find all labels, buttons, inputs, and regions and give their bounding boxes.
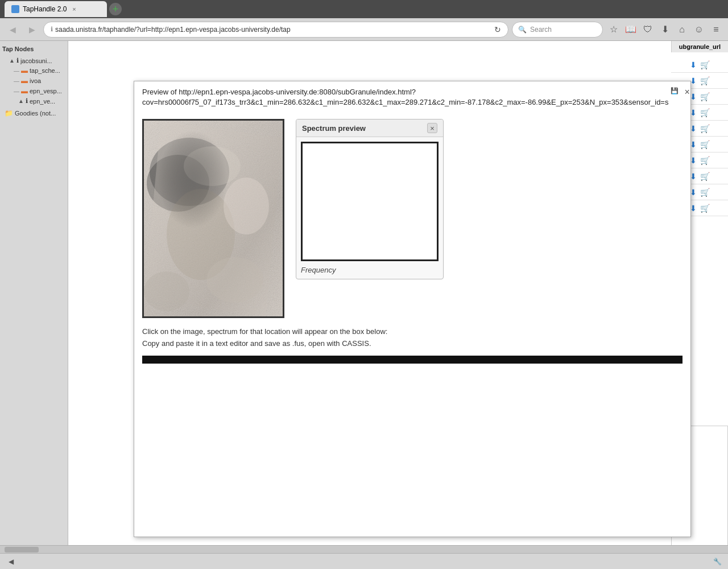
main-area: Tap Nodes ▲ ℹ jacobsuni... — ▬ tap_sche.… [0,41,728,551]
modal-close-button[interactable]: × [684,87,689,97]
folder-icon: 📁 [5,109,13,117]
floppy-icon[interactable]: 💾 [671,87,679,94]
tab-favicon [11,5,19,13]
sidebar-item-tapsche-label: tap_sche... [30,67,60,74]
sidebar-item-epn-vesp[interactable]: — ▬ epn_vesp... [2,86,65,96]
sidebar-goodies[interactable]: 📁 Goodies (not... [2,108,65,118]
refresh-button[interactable]: ↻ [494,25,501,34]
browser-navbar: ◀ ▶ ℹ saada.unistra.fr/taphandle/?url=ht… [0,18,728,41]
url-text: saada.unistra.fr/taphandle/?url=http://e… [55,26,492,34]
modal-title-bar: Preview of http://epn1.epn-vespa.jacobs-… [134,81,690,113]
address-bar[interactable]: ℹ saada.unistra.fr/taphandle/?url=http:/… [43,22,508,38]
cart-row-icon[interactable]: 🛒 [700,188,710,197]
tab-close-button[interactable]: × [70,5,78,13]
cart-row-icon[interactable]: 🛒 [700,108,710,117]
modal-title: Preview of http://epn1.epn-vespa.jacobs-… [142,87,668,108]
instructions-line2: Copy and paste it in a text editor and s… [142,338,682,350]
dash-icon2: — [14,78,19,84]
bottom-content-area [142,372,682,531]
spectrum-panel-title: Spectrum preview [302,124,366,133]
bookmark-star-icon[interactable]: ☆ [606,22,621,37]
content-area: ubgranule_url ⬇ 🛒 ⬇ 🛒 ⬇ 🛒 ⬇ 🛒 [68,41,728,551]
bottom-nav-left[interactable]: ◀ [5,555,17,568]
search-placeholder: Search [530,26,552,34]
sidebar-item-tap-sche[interactable]: — ▬ tap_sche... [2,65,65,76]
image-spectrum-row: Spectrum preview × Frequency [142,119,682,318]
download-icon[interactable]: ⬇ [657,22,672,37]
info-icon: ℹ [16,57,19,64]
nav-icons: ☆ 📖 🛡 ⬇ ⌂ ☺ ≡ [606,22,723,37]
browser-bottom-bar: ◀ 🔧 [0,553,728,569]
forward-button[interactable]: ▶ [24,22,40,38]
instructions-line1: Click on the image, spectrum for that lo… [142,326,682,338]
svg-rect-11 [144,121,283,316]
table-icon2: ▬ [21,77,28,85]
dash-icon3: — [14,88,19,94]
table-row: ⬇ 🛒 [671,57,728,73]
goodies-label: Goodies (not... [15,110,56,117]
cart-row-icon[interactable]: 🛒 [700,92,710,101]
instructions-text: Click on the image, spectrum for that lo… [142,326,682,350]
image-preview-box[interactable] [142,119,284,318]
image-canvas[interactable] [144,121,283,316]
spectrum-close-button[interactable]: × [427,123,437,133]
cart-row-icon[interactable]: 🛒 [700,76,710,85]
sidebar-item-ivoa[interactable]: — ▬ ivoa [2,76,65,86]
preview-modal: Preview of http://epn1.epn-vespa.jacobs-… [134,81,691,537]
spectrum-x-label: Frequency [296,266,443,279]
horizontal-scrollbar[interactable] [0,545,728,553]
spectrum-panel: Spectrum preview × Frequency [296,119,444,279]
sidebar-item-epnvesp-label: epn_vesp... [30,88,62,94]
table-icon: ▬ [21,67,28,75]
sidebar-item-label: jacobsuni... [20,57,52,64]
browser-titlebar: TapHandle 2.0 × + [0,0,728,18]
search-icon: 🔍 [518,26,527,34]
info-icon2: ℹ [26,97,28,105]
modal-body: Spectrum preview × Frequency Click on th… [134,113,690,537]
download-row-icon[interactable]: ⬇ [690,60,697,69]
scroll-thumb[interactable] [5,547,39,552]
sidebar-item-jacobsuni[interactable]: ▲ ℹ jacobsuni... [2,56,65,65]
sidebar: Tap Nodes ▲ ℹ jacobsuni... — ▬ tap_sche.… [0,41,68,551]
search-bar[interactable]: 🔍 Search [512,22,603,38]
terrain-image-svg [144,121,283,316]
table-icon3: ▬ [21,87,28,95]
sidebar-header: Tap Nodes [2,46,65,52]
sidebar-item-epn-ve2[interactable]: ▲ ℹ epn_ve... [2,96,65,106]
shield-icon[interactable]: 🛡 [640,22,655,37]
spectrum-chart-area[interactable] [301,142,439,261]
menu-icon[interactable]: ≡ [709,22,723,37]
cart-row-icon[interactable]: 🛒 [700,60,710,69]
dash-icon: — [14,68,19,74]
expand-icon: ▲ [9,57,15,64]
sidebar-item-epnve2-label: epn_ve... [30,98,55,105]
sidebar-item-ivoa-label: ivoa [30,77,41,84]
col-subgranule-url: ubgranule_url [671,41,728,52]
back-button[interactable]: ◀ [5,22,20,38]
home-icon[interactable]: ⌂ [675,22,689,37]
cart-row-icon[interactable]: 🛒 [700,156,710,165]
reading-mode-icon[interactable]: 📖 [623,22,638,37]
person-icon[interactable]: ☺ [692,22,706,37]
cart-row-icon[interactable]: 🛒 [700,204,710,213]
tab-title: TapHandle 2.0 [23,5,67,13]
cart-row-icon[interactable]: 🛒 [700,140,710,149]
lock-icon: ℹ [51,26,53,33]
cart-row-icon[interactable]: 🛒 [700,124,710,133]
tools-icon[interactable]: 🔧 [711,555,723,568]
black-bar [142,356,682,364]
expand-icon2: ▲ [18,98,24,104]
cart-row-icon[interactable]: 🛒 [700,172,710,181]
spectrum-panel-header: Spectrum preview × [296,119,443,137]
bottom-right-icons: 🔧 [711,555,723,568]
new-tab-button[interactable]: + [109,3,122,15]
browser-tab[interactable]: TapHandle 2.0 × [5,1,107,17]
